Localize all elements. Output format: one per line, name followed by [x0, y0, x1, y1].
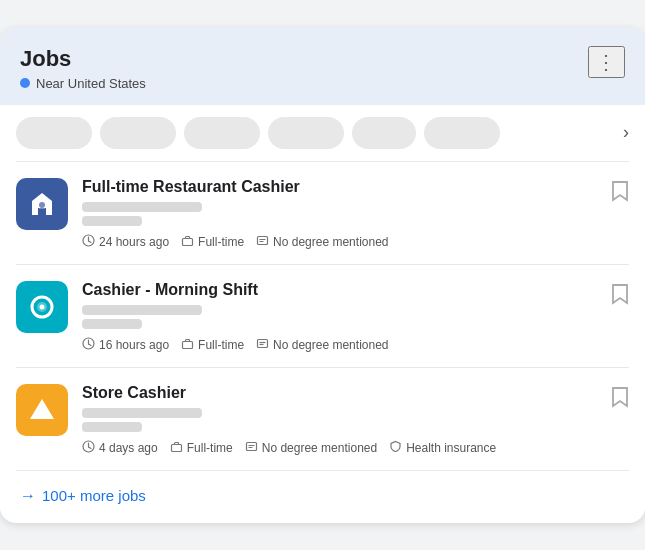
jobs-card: Jobs Near United States ⋮ › Full-time Re	[0, 28, 645, 523]
location-row: Near United States	[20, 76, 146, 91]
more-options-button[interactable]: ⋮	[588, 46, 625, 78]
job-type-text-2: Full-time	[198, 338, 244, 352]
job-logo-1	[16, 178, 68, 230]
header-left: Jobs Near United States	[20, 46, 146, 91]
briefcase-icon-2	[181, 337, 194, 353]
svg-line-4	[89, 241, 92, 243]
job-content-3: Store Cashier 4 days ago Full-time	[82, 384, 629, 456]
svg-marker-19	[30, 399, 54, 419]
job-time-text-1: 24 hours ago	[99, 235, 169, 249]
job-type-3: Full-time	[170, 440, 233, 456]
job-title-1: Full-time Restaurant Cashier	[82, 178, 629, 196]
job-type-1: Full-time	[181, 234, 244, 250]
briefcase-icon-3	[170, 440, 183, 456]
filter-pill-1[interactable]	[16, 117, 92, 149]
filter-row: ›	[0, 105, 645, 161]
filter-pill-5[interactable]	[352, 117, 416, 149]
clock-icon-1	[82, 234, 95, 250]
degree-icon-3	[245, 440, 258, 456]
job-type-text-3: Full-time	[187, 441, 233, 455]
filter-pill-2[interactable]	[100, 117, 176, 149]
filter-scroll-arrow[interactable]: ›	[623, 122, 629, 143]
svg-line-22	[89, 447, 92, 449]
bookmark-button-2[interactable]	[609, 281, 631, 312]
filter-pill-3[interactable]	[184, 117, 260, 149]
job-content-1: Full-time Restaurant Cashier 24 hours ag…	[82, 178, 629, 250]
job-health-text-3: Health insurance	[406, 441, 496, 455]
svg-rect-16	[258, 339, 268, 347]
job-time-2: 16 hours ago	[82, 337, 169, 353]
bookmark-button-1[interactable]	[609, 178, 631, 209]
clock-icon-3	[82, 440, 95, 456]
job-item-2[interactable]: Cashier - Morning Shift 16 hours ago Ful…	[0, 265, 645, 367]
job-meta-3: 4 days ago Full-time No degree mentioned	[82, 440, 629, 456]
job-meta-2: 16 hours ago Full-time No degree mention…	[82, 337, 629, 353]
job-logo-3	[16, 384, 68, 436]
header: Jobs Near United States ⋮	[0, 28, 645, 105]
more-jobs-label: 100+ more jobs	[42, 487, 146, 504]
svg-rect-24	[246, 442, 256, 450]
job-time-text-2: 16 hours ago	[99, 338, 169, 352]
svg-rect-1	[39, 202, 45, 209]
job-company-skeleton-3	[82, 408, 202, 418]
page-title: Jobs	[20, 46, 146, 72]
svg-rect-23	[171, 444, 181, 451]
job-location-skeleton-3	[82, 422, 142, 432]
job-degree-3: No degree mentioned	[245, 440, 377, 456]
job-degree-2: No degree mentioned	[256, 337, 388, 353]
svg-rect-5	[183, 238, 193, 245]
job-location-skeleton-2	[82, 319, 142, 329]
job-degree-1: No degree mentioned	[256, 234, 388, 250]
clock-icon-2	[82, 337, 95, 353]
job-item-3[interactable]: Store Cashier 4 days ago Full-time	[0, 368, 645, 470]
job-meta-1: 24 hours ago Full-time No degree mention…	[82, 234, 629, 250]
job-location-skeleton-1	[82, 216, 142, 226]
svg-point-11	[40, 304, 45, 309]
job-logo-2	[16, 281, 68, 333]
job-health-3: Health insurance	[389, 440, 496, 456]
briefcase-icon-1	[181, 234, 194, 250]
degree-icon-1	[256, 234, 269, 250]
more-jobs-row: → 100+ more jobs	[0, 471, 645, 523]
job-company-skeleton-2	[82, 305, 202, 315]
job-title-3: Store Cashier	[82, 384, 629, 402]
job-degree-text-2: No degree mentioned	[273, 338, 388, 352]
job-degree-text-3: No degree mentioned	[262, 441, 377, 455]
shield-icon-3	[389, 440, 402, 456]
degree-icon-2	[256, 337, 269, 353]
job-degree-text-1: No degree mentioned	[273, 235, 388, 249]
job-company-skeleton-1	[82, 202, 202, 212]
svg-rect-15	[183, 341, 193, 348]
filter-pill-6[interactable]	[424, 117, 500, 149]
job-content-2: Cashier - Morning Shift 16 hours ago Ful…	[82, 281, 629, 353]
filter-pill-4[interactable]	[268, 117, 344, 149]
svg-rect-6	[258, 236, 268, 244]
job-title-2: Cashier - Morning Shift	[82, 281, 629, 299]
job-time-text-3: 4 days ago	[99, 441, 158, 455]
more-jobs-arrow-icon: →	[20, 487, 36, 505]
svg-line-14	[89, 344, 92, 346]
job-time-3: 4 days ago	[82, 440, 158, 456]
bookmark-button-3[interactable]	[609, 384, 631, 415]
job-type-text-1: Full-time	[198, 235, 244, 249]
job-type-2: Full-time	[181, 337, 244, 353]
location-dot-icon	[20, 78, 30, 88]
location-text: Near United States	[36, 76, 146, 91]
more-jobs-link[interactable]: → 100+ more jobs	[20, 487, 146, 505]
job-item-1[interactable]: Full-time Restaurant Cashier 24 hours ag…	[0, 162, 645, 264]
job-time-1: 24 hours ago	[82, 234, 169, 250]
